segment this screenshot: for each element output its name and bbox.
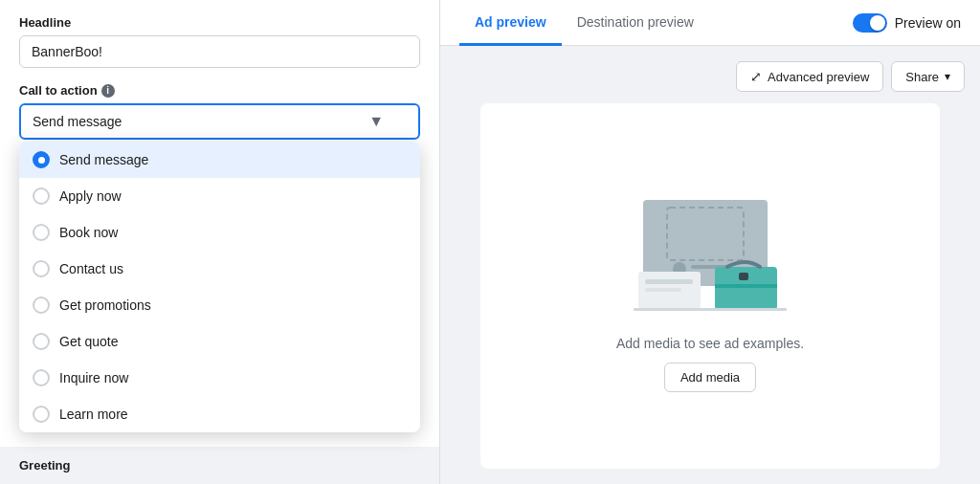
preview-on-toggle[interactable] (853, 13, 887, 33)
preview-header: Ad preview Destination preview Preview o… (440, 0, 980, 46)
cta-label: Call to action i (19, 83, 420, 98)
toggle-knob (870, 15, 885, 31)
svg-rect-9 (715, 284, 777, 288)
cta-label-text: Call to action (19, 83, 98, 98)
cta-info-icon[interactable]: i (101, 84, 115, 98)
dropdown-item-learn-more[interactable]: Learn more (19, 396, 420, 432)
dropdown-label-contact-us: Contact us (59, 261, 123, 276)
dropdown-label-get-quote: Get quote (59, 334, 119, 349)
cta-dropdown-arrow-icon: ▼ (368, 113, 384, 130)
headline-input[interactable] (19, 35, 420, 68)
preview-toggle-label: Preview on (895, 15, 961, 31)
share-chevron-icon: ▾ (945, 70, 950, 83)
headline-label: Headline (19, 15, 420, 30)
dropdown-item-contact-us[interactable]: Contact us (19, 251, 420, 287)
advanced-preview-label: Advanced preview (768, 70, 869, 84)
preview-area: Add media to see ad examples. Add media (480, 103, 940, 469)
tab-destination-preview[interactable]: Destination preview (562, 1, 709, 46)
svg-rect-7 (645, 288, 681, 292)
left-panel: Headline Call to action i Send message ▼… (0, 0, 440, 484)
cta-select[interactable]: Send message ▼ (19, 103, 420, 140)
dropdown-item-book-now[interactable]: Book now (19, 214, 420, 251)
cta-dropdown: Send message Apply now Book now Contact … (19, 142, 420, 432)
dropdown-item-get-quote[interactable]: Get quote (19, 323, 420, 360)
preview-toggle-area: Preview on (853, 13, 961, 33)
share-button[interactable]: Share ▾ (891, 61, 965, 92)
ad-placeholder-illustration (614, 181, 806, 324)
dropdown-label-book-now: Book now (59, 225, 118, 240)
headline-label-text: Headline (19, 15, 71, 30)
tab-destination-preview-label: Destination preview (577, 14, 694, 30)
svg-rect-10 (739, 273, 748, 280)
dropdown-label-send-message: Send message (59, 152, 148, 167)
dropdown-item-inquire-now[interactable]: Inquire now (19, 360, 420, 396)
svg-rect-6 (645, 279, 693, 284)
expand-icon: ⤢ (750, 69, 762, 84)
preview-toolbar: ⤢ Advanced preview Share ▾ (736, 61, 965, 92)
radio-learn-more (33, 406, 50, 423)
dropdown-item-get-promotions[interactable]: Get promotions (19, 287, 420, 323)
radio-contact-us (33, 260, 50, 277)
add-media-text: Add media to see ad examples. (616, 336, 804, 351)
cta-select-wrapper: Send message ▼ Send message Apply now Bo… (19, 103, 420, 140)
share-label: Share (905, 70, 939, 84)
radio-inquire-now (33, 369, 50, 386)
dropdown-label-learn-more: Learn more (59, 407, 128, 422)
add-media-button[interactable]: Add media (664, 363, 756, 392)
radio-send-message (33, 151, 50, 168)
tab-ad-preview[interactable]: Ad preview (459, 1, 562, 46)
radio-get-promotions (33, 297, 50, 314)
advanced-preview-button[interactable]: ⤢ Advanced preview (736, 61, 883, 92)
radio-get-quote (33, 333, 50, 350)
dropdown-label-apply-now: Apply now (59, 188, 122, 204)
dropdown-label-inquire-now: Inquire now (59, 370, 128, 385)
cta-selected-value: Send message (33, 114, 122, 129)
right-panel: Ad preview Destination preview Preview o… (440, 0, 980, 484)
greeting-label: Greeting (19, 458, 420, 473)
greeting-section: Greeting (0, 447, 439, 484)
radio-book-now (33, 224, 50, 241)
preview-content: ⤢ Advanced preview Share ▾ (440, 46, 980, 484)
add-media-button-label: Add media (680, 370, 740, 385)
dropdown-item-send-message[interactable]: Send message (19, 142, 420, 178)
radio-apply-now (33, 187, 50, 205)
svg-rect-11 (634, 308, 787, 311)
tab-ad-preview-label: Ad preview (475, 14, 546, 30)
dropdown-item-apply-now[interactable]: Apply now (19, 178, 420, 214)
dropdown-label-get-promotions: Get promotions (59, 297, 151, 313)
